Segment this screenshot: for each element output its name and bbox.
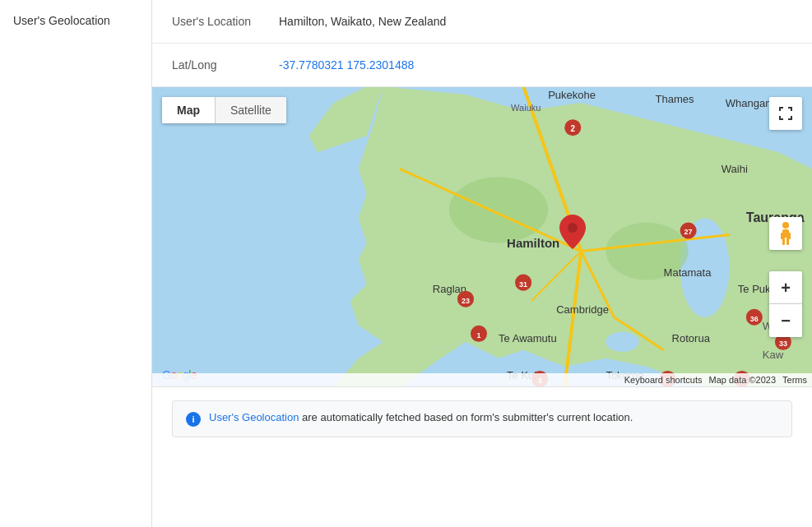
map-footer: Keyboard shortcuts Map data ©2023 Terms — [152, 373, 812, 386]
zoom-controls: + − — [769, 271, 802, 337]
map-tab-satellite[interactable]: Satellite — [216, 97, 286, 123]
svg-rect-56 — [782, 238, 785, 245]
svg-text:27: 27 — [684, 228, 693, 236]
svg-text:31: 31 — [519, 280, 527, 289]
sidebar: User's Geolocation — [0, 0, 152, 527]
zoom-in-button[interactable]: + — [769, 271, 802, 304]
svg-text:1: 1 — [476, 331, 480, 340]
svg-text:Te Awamutu: Te Awamutu — [499, 332, 557, 344]
svg-point-52 — [782, 222, 789, 229]
latlong-row: Lat/Long -37.7780321 175.2301488 — [152, 44, 812, 87]
map-tab-map[interactable]: Map — [162, 97, 215, 123]
info-notice: i User's Geolocation are automatically f… — [172, 400, 792, 437]
location-value: Hamilton, Waikato, New Zealand — [279, 15, 446, 28]
fullscreen-button[interactable] — [769, 97, 802, 130]
svg-text:Cambridge: Cambridge — [556, 303, 609, 316]
map-pin — [559, 215, 586, 252]
latlong-label: Lat/Long — [172, 58, 279, 72]
sidebar-title: User's Geolocation — [13, 14, 110, 27]
map-data-label: Map data ©2023 — [709, 375, 777, 385]
svg-rect-57 — [786, 238, 789, 245]
location-row: User's Location Hamilton, Waikato, New Z… — [152, 0, 812, 44]
svg-text:23: 23 — [462, 297, 470, 305]
info-notice-text: User's Geolocation are automatically fet… — [209, 411, 633, 423]
map-background: Pukekohe Waiuku Thames Whangamatā Waihi … — [152, 87, 812, 386]
svg-text:Pukekohe: Pukekohe — [548, 89, 596, 101]
location-label: User's Location — [172, 15, 279, 28]
main-content: User's Location Hamilton, Waikato, New Z… — [152, 0, 812, 527]
fullscreen-icon — [778, 106, 793, 121]
svg-text:Hamilton: Hamilton — [507, 236, 559, 250]
zoom-out-button[interactable]: − — [769, 304, 802, 337]
svg-text:2: 2 — [570, 124, 575, 133]
svg-text:Waiuku: Waiuku — [511, 103, 541, 113]
svg-text:Thames: Thames — [656, 93, 695, 105]
svg-text:Rotorua: Rotorua — [672, 332, 711, 344]
info-icon: i — [186, 412, 201, 427]
svg-text:33: 33 — [779, 340, 787, 348]
terms-link[interactable]: Terms — [782, 375, 807, 385]
svg-point-3 — [449, 177, 548, 243]
latlong-value[interactable]: -37.7780321 175.2301488 — [279, 58, 414, 72]
map-container: Pukekohe Waiuku Thames Whangamatā Waihi … — [152, 87, 812, 387]
svg-text:Waihi: Waihi — [722, 163, 748, 175]
keyboard-shortcuts-link[interactable]: Keyboard shortcuts — [624, 375, 703, 385]
geolocation-link[interactable]: User's Geolocation — [209, 411, 299, 423]
svg-point-51 — [568, 223, 578, 233]
svg-point-2 — [606, 332, 638, 352]
pegman-icon — [776, 221, 796, 246]
map-tab-bar: Map Satellite — [162, 97, 286, 123]
svg-text:Kaw: Kaw — [763, 349, 784, 361]
svg-text:36: 36 — [750, 315, 759, 323]
svg-text:Matamata: Matamata — [664, 266, 712, 279]
pegman-button[interactable] — [769, 217, 802, 250]
